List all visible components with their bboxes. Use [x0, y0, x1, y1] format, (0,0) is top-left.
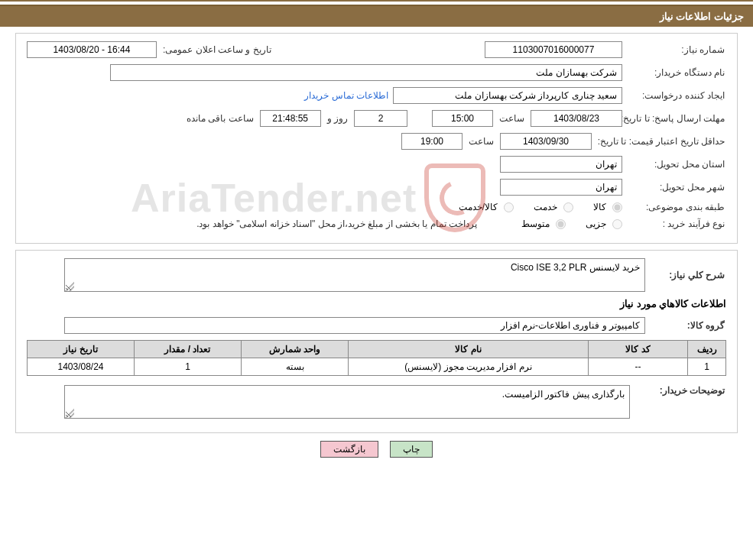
details-panel: AriaTender.net شماره نیاز: 1103007016000… [15, 33, 738, 244]
table-row: 1--نرم افزار مدیریت مجوز (لایسنس)بسته114… [28, 358, 726, 376]
radio-goods-input[interactable] [612, 202, 622, 212]
min-valid-time-label: ساعت [467, 136, 495, 147]
page-title-bar: جزئیات اطلاعات نیاز [0, 5, 753, 27]
contact-link[interactable]: اطلاعات تماس خریدار [304, 90, 388, 101]
min-valid-time: 19:00 [401, 133, 463, 150]
radio-medium-input[interactable] [556, 219, 566, 229]
province-label: استان محل تحویل: [627, 159, 726, 170]
group-label: گروه کالا: [650, 320, 726, 331]
table-cell: 1 [135, 358, 242, 376]
table-header: واحد شمارش [242, 341, 349, 358]
countdown: 21:48:55 [260, 110, 321, 127]
buyer-notes-label: توضيحات خريدار: [635, 385, 726, 396]
print-button[interactable]: چاپ [390, 441, 433, 458]
deadline-time: 15:00 [432, 110, 493, 127]
table-cell: بسته [242, 358, 349, 376]
need-no-value: 1103007016000077 [485, 41, 622, 58]
buyer-org-label: نام دستگاه خریدار: [627, 67, 726, 78]
radio-goods: کالا [593, 202, 622, 212]
table-cell: 1 [688, 358, 726, 376]
radio-minor-input[interactable] [612, 219, 622, 229]
radio-service-input[interactable] [563, 202, 573, 212]
radio-medium: متوسط [521, 218, 566, 229]
days-remaining: 2 [354, 110, 407, 127]
requester-label: ایجاد کننده درخواست: [627, 90, 726, 101]
table-header: تاريخ نياز [28, 341, 135, 358]
back-button[interactable]: بازگشت [320, 441, 378, 458]
announce-label: تاریخ و ساعت اعلان عمومی: [161, 44, 273, 55]
category-label: طبقه بندی موضوعی: [627, 202, 726, 212]
table-cell: 1403/08/24 [28, 358, 135, 376]
radio-both-input[interactable] [504, 202, 514, 212]
page-title: جزئیات اطلاعات نیاز [660, 11, 744, 22]
days-and-label: روز و [326, 113, 349, 124]
button-row: چاپ بازگشت [0, 441, 753, 458]
group-value: کامپیوتر و فناوری اطلاعات-نرم افزار [64, 317, 645, 334]
desc-label: شرح کلي نياز: [650, 270, 726, 280]
table-header: نام کالا [349, 341, 589, 358]
need-no-label: شماره نیاز: [627, 44, 726, 55]
goods-header: اطلاعات كالاهاي مورد نياز [27, 298, 726, 309]
radio-minor: جزیی [586, 218, 622, 229]
radio-service: خدمت [534, 202, 573, 212]
table-header: تعداد / مقدار [135, 341, 242, 358]
requester-value: سعید چناری کارپرداز شرکت بهسازان ملت [393, 87, 622, 104]
process-note: پرداخت تمام یا بخشی از مبلغ خرید،از محل … [195, 218, 479, 229]
announce-value: 1403/08/20 - 16:44 [27, 41, 157, 58]
radio-both: کالا/خدمت [459, 202, 514, 212]
province-value: تهران [500, 156, 622, 173]
table-header: رديف [688, 341, 726, 358]
city-value: تهران [500, 179, 622, 196]
table-header: کد کالا [589, 341, 688, 358]
deadline-time-label: ساعت [498, 113, 526, 124]
min-valid-label: حداقل تاریخ اعتبار قیمت: تا تاریخ: [596, 136, 726, 147]
deadline-label: مهلت ارسال پاسخ: تا تاریخ: [627, 113, 726, 124]
table-cell: -- [589, 358, 688, 376]
process-label: نوع فرآیند خرید : [627, 218, 726, 229]
goods-table: رديفکد کالانام کالاواحد شمارشتعداد / مقد… [27, 340, 726, 376]
buyer-org-value: شرکت بهسازان ملت [110, 64, 622, 81]
deadline-date: 1403/08/23 [531, 110, 622, 127]
table-cell: نرم افزار مدیریت مجوز (لایسنس) [349, 358, 589, 376]
min-valid-date: 1403/09/30 [500, 133, 592, 150]
desc-value: خرید لایسنس Cisco ISE 3,2 PLR [64, 258, 645, 292]
goods-panel: شرح کلي نياز: خرید لایسنس Cisco ISE 3,2 … [15, 250, 738, 433]
buyer-notes-value: بارگذاری پیش فاکتور الزامیست. [64, 385, 630, 419]
remaining-label: ساعت باقی مانده [185, 113, 255, 124]
city-label: شهر محل تحویل: [627, 182, 726, 193]
